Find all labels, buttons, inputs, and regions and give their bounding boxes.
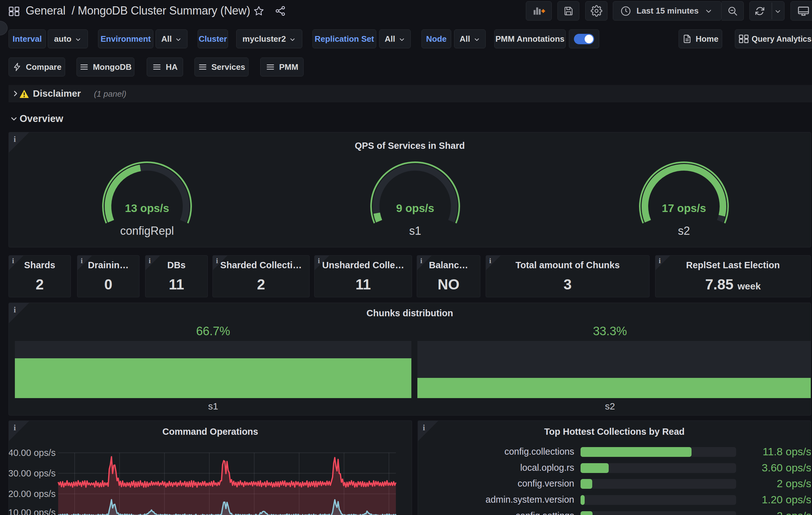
svg-text:s2: s2 — [678, 224, 690, 237]
svg-text:40.00 ops/s: 40.00 ops/s — [9, 448, 56, 458]
svg-text:30.00 ops/s: 30.00 ops/s — [9, 468, 56, 478]
svg-text:s1: s1 — [409, 224, 421, 237]
svg-text:13 ops/s: 13 ops/s — [125, 202, 169, 214]
svg-text:9 ops/s: 9 ops/s — [396, 202, 434, 214]
svg-text:10.00 ops/s: 10.00 ops/s — [9, 508, 56, 515]
svg-text:configRepl: configRepl — [120, 224, 174, 237]
svg-text:20.00 ops/s: 20.00 ops/s — [9, 489, 56, 499]
svg-text:17 ops/s: 17 ops/s — [662, 202, 706, 214]
